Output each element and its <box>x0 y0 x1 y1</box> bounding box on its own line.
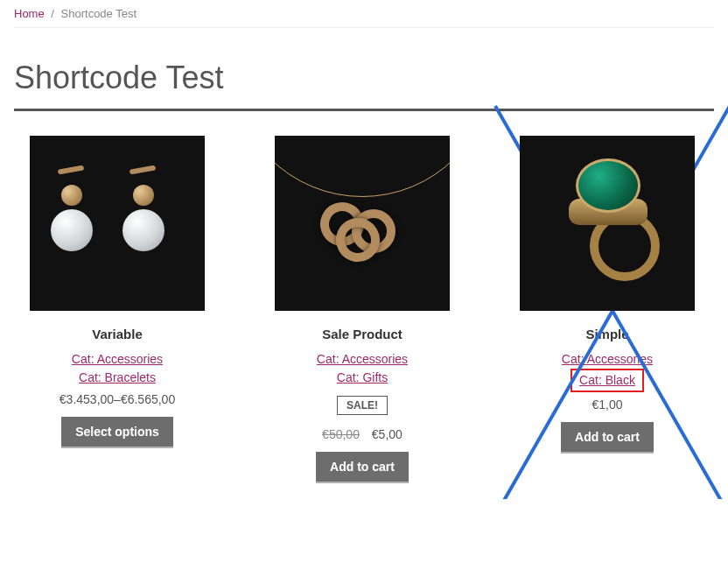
breadcrumb-current: Shortcode Test <box>61 7 136 20</box>
product-price: €50,00 €5,00 <box>259 427 466 441</box>
category-highlight: Cat: Black <box>570 369 644 392</box>
product-categories: Cat: Accessories Cat: Bracelets <box>14 350 220 387</box>
product-title: Variable <box>14 327 220 341</box>
product-price: €1,00 <box>504 398 710 412</box>
title-divider <box>14 109 714 111</box>
product-card: Variable Cat: Accessories Cat: Bracelets… <box>14 136 220 482</box>
add-to-cart-button[interactable]: Add to cart <box>561 422 654 452</box>
select-options-button[interactable]: Select options <box>61 417 173 447</box>
category-link[interactable]: Cat: Accessories <box>259 350 466 369</box>
breadcrumb-home-link[interactable]: Home <box>14 7 45 20</box>
product-categories: Cat: Accessories Cat: Gifts <box>259 350 466 387</box>
category-link[interactable]: Cat: Bracelets <box>14 369 220 387</box>
sale-badge: SALE! <box>337 396 388 415</box>
product-image <box>30 136 205 311</box>
category-link[interactable]: Cat: Accessories <box>504 350 710 369</box>
category-link[interactable]: Cat: Gifts <box>259 369 466 387</box>
product-image-link[interactable] <box>14 136 220 311</box>
product-image-link[interactable] <box>504 136 710 311</box>
breadcrumb-separator: / <box>51 7 54 20</box>
category-link[interactable]: Cat: Black <box>579 373 635 387</box>
add-to-cart-button[interactable]: Add to cart <box>316 452 409 482</box>
product-grid: Variable Cat: Accessories Cat: Bracelets… <box>14 136 714 482</box>
product-title: Simple <box>504 327 710 341</box>
category-link[interactable]: Cat: Accessories <box>14 350 220 369</box>
product-image <box>275 136 450 311</box>
page-title: Shortcode Test <box>14 60 714 96</box>
product-price: €3.453,00–€6.565,00 <box>14 392 220 406</box>
old-price: €50,00 <box>322 427 360 441</box>
product-card: Sale Product Cat: Accessories Cat: Gifts… <box>259 136 466 482</box>
product-categories: Cat: Accessories Cat: Black <box>504 350 710 392</box>
breadcrumb: Home / Shortcode Test <box>14 0 714 28</box>
product-card: Simple Cat: Accessories Cat: Black €1,00… <box>504 136 710 482</box>
product-image-link[interactable] <box>259 136 466 311</box>
current-price: €5,00 <box>372 427 402 441</box>
product-image <box>520 136 695 311</box>
product-title: Sale Product <box>259 327 466 341</box>
